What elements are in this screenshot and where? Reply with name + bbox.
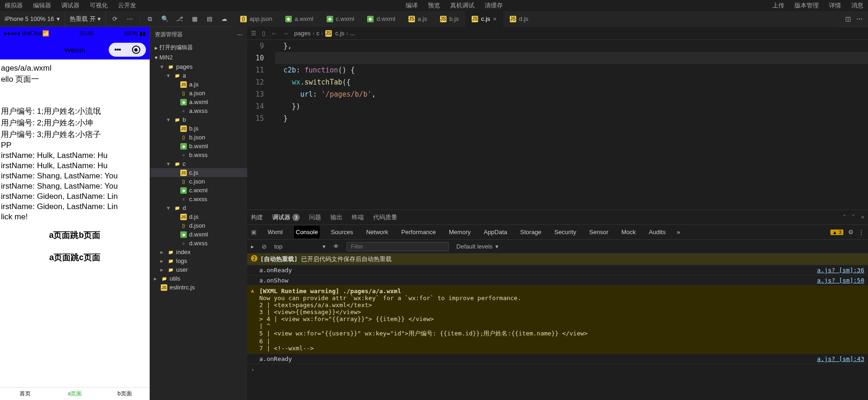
code-line[interactable]: } [275, 112, 868, 125]
editor-tab[interactable]: ◆c.wxml [320, 11, 361, 27]
editor-tab[interactable]: JSa.js [402, 11, 434, 27]
eye-icon[interactable]: 👁 [333, 243, 339, 250]
tree-folder[interactable]: ▸📁utils [150, 274, 247, 283]
devtools-tab[interactable]: Console [294, 226, 320, 238]
code-body[interactable]: }, c2b: function() { wx.switchTab({ url:… [271, 40, 868, 210]
clear-console-icon[interactable]: ⊘ [262, 243, 267, 250]
editor-tab[interactable]: ◆d.wxml [361, 11, 401, 27]
devtools-tab[interactable]: Wxml [266, 226, 285, 238]
warning-badge[interactable]: ▲ 3 [830, 230, 843, 235]
menu-item[interactable]: 调试器 [61, 1, 79, 10]
menu-item[interactable]: 可视化 [90, 1, 108, 10]
bottom-tab[interactable]: 终端 [352, 213, 364, 222]
more-icon[interactable]: ⋯ [126, 15, 134, 23]
devtools-tab[interactable]: Audits [647, 226, 667, 238]
tree-file[interactable]: ◆a.wxml [150, 98, 247, 106]
filter-input[interactable] [347, 242, 449, 251]
code-line[interactable]: }) [275, 100, 868, 112]
tree-folder[interactable]: ▾📁c [150, 159, 247, 168]
tree-file[interactable]: ≡c.wxss [150, 195, 247, 203]
tree-folder[interactable]: ▸📁index [150, 248, 247, 256]
capsule-close-icon[interactable] [132, 46, 140, 54]
menu-item[interactable]: 上传 [772, 1, 784, 10]
bottom-tab[interactable]: 输出 [330, 213, 342, 222]
device-selector[interactable]: iPhone 5 100% 16 ▾ [0, 11, 65, 26]
tree-file[interactable]: JSb.js [150, 124, 247, 133]
breadcrumb-item[interactable]: ... [350, 30, 355, 37]
refresh-icon[interactable]: ⟳ [112, 15, 119, 23]
opened-editors-header[interactable]: ▸ 打开的编辑器 [150, 42, 247, 53]
nav-back-icon[interactable]: ← [271, 30, 277, 37]
inspect-icon[interactable]: ▣ [251, 229, 256, 236]
collapse-icon[interactable]: ˄ [843, 214, 846, 221]
breadcrumb-item[interactable]: pages [294, 30, 310, 37]
menu-item[interactable]: 清缓存 [485, 1, 503, 10]
more-icon[interactable]: ⋯ [237, 32, 243, 38]
tree-file[interactable]: ≡a.wxss [150, 106, 247, 115]
tree-file[interactable]: ◆b.wxml [150, 142, 247, 151]
devtools-tab[interactable]: Security [552, 226, 578, 238]
tree-file[interactable]: JSc.js [150, 168, 247, 177]
code-editor[interactable]: 9101112131415 }, c2b: function() { wx.sw… [247, 40, 868, 210]
search-icon[interactable]: 🔍 [161, 15, 169, 23]
editor-tab[interactable]: {}app.json [234, 11, 279, 27]
devtools-tab[interactable]: Mock [619, 226, 638, 238]
nav-button[interactable]: a页面跳b页面 [2, 226, 148, 244]
nav-button[interactable]: a页面跳c页面 [2, 248, 148, 267]
bottom-tab[interactable]: 调试器3 [272, 213, 300, 222]
devtools-tab[interactable]: Sources [329, 226, 355, 238]
clear-icon[interactable]: ▸ [251, 243, 254, 250]
devtools-tab[interactable]: Storage [519, 226, 544, 238]
files-icon[interactable]: ⧉ [146, 15, 154, 23]
cloud-icon[interactable]: ☁ [221, 15, 228, 23]
breadcrumb-item[interactable]: c.js [335, 30, 345, 37]
tree-folder[interactable]: ▾📁d [150, 203, 247, 212]
bottom-tab[interactable]: 问题 [309, 213, 321, 222]
context-selector[interactable]: top ▾ [274, 243, 326, 250]
more-icon[interactable]: ⋮ [858, 229, 864, 236]
editor-tab[interactable]: ◆a.wxml [279, 11, 320, 27]
capsule-button[interactable]: ••• [109, 43, 146, 57]
grid-icon[interactable]: ▦ [191, 15, 198, 23]
menu-item[interactable]: 云开发 [118, 1, 136, 10]
menu-item[interactable]: 版本管理 [795, 1, 819, 10]
nav-forward-icon[interactable]: → [283, 30, 289, 37]
capsule-menu-icon[interactable]: ••• [114, 46, 121, 54]
tree-folder[interactable]: ▾📁a [150, 71, 247, 80]
tree-file[interactable]: ≡d.wxss [150, 239, 247, 248]
tree-folder[interactable]: ▸📁user [150, 265, 247, 274]
tree-folder[interactable]: ▾📁pages [150, 62, 247, 71]
expand-icon[interactable]: ˅ [852, 214, 855, 221]
menu-item[interactable]: 模拟器 [5, 1, 23, 10]
tree-file[interactable]: ◆d.wxml [150, 230, 247, 239]
menu-item[interactable]: 真机调试 [450, 1, 474, 10]
gear-icon[interactable]: ⚙ [848, 229, 854, 236]
editor-tab[interactable]: JSd.js [503, 11, 535, 27]
tabbar-item[interactable]: a页面 [50, 387, 99, 400]
tree-file[interactable]: JSd.js [150, 212, 247, 221]
code-line[interactable]: wx.switchTab({ [275, 76, 868, 88]
devtools-tab[interactable]: Sensor [587, 226, 610, 238]
split-editor-icon[interactable]: ◫ [845, 15, 851, 22]
close-icon[interactable]: × [861, 214, 864, 221]
more-tabs-icon[interactable]: » [677, 229, 680, 236]
code-line[interactable]: }, [275, 40, 868, 52]
editor-tab[interactable]: JSb.js [434, 11, 465, 27]
devtools-tab[interactable]: AppData [482, 226, 509, 238]
bottom-tab[interactable]: 代码质量 [373, 213, 397, 222]
bookmark-icon[interactable]: ▯ [262, 30, 265, 37]
devtools-tab[interactable]: Network [364, 226, 390, 238]
source-link[interactable]: a.js? [sm]:43 [817, 355, 864, 362]
menu-item[interactable]: 消息 [851, 1, 863, 10]
devtools-tab[interactable]: Performance [400, 226, 438, 238]
toggle-icon[interactable]: ☰ [251, 30, 256, 37]
tree-file[interactable]: JSa.js [150, 80, 247, 89]
close-icon[interactable]: × [493, 15, 497, 23]
menu-item[interactable]: 预览 [428, 1, 440, 10]
tree-file[interactable]: {}a.json [150, 89, 247, 98]
project-header[interactable]: ▾ MIN2 [150, 53, 247, 62]
tree-file[interactable]: {}c.json [150, 177, 247, 186]
code-line[interactable]: c2b: function() { [275, 64, 868, 76]
levels-selector[interactable]: Default levels ▾ [456, 243, 499, 250]
console-prompt[interactable]: › [247, 364, 868, 375]
